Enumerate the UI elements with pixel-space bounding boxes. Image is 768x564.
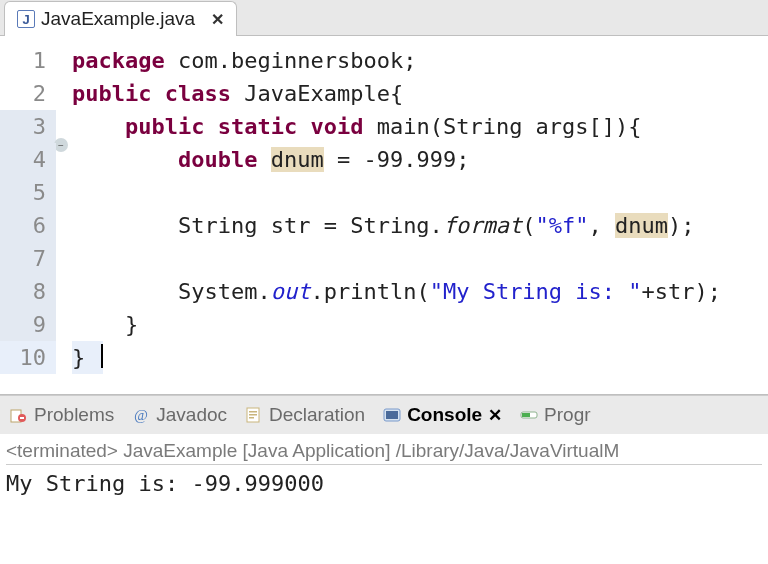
gutter-line-number: 9 (0, 308, 56, 341)
text-cursor (101, 344, 103, 368)
keyword-double: double (178, 147, 257, 172)
svg-rect-7 (249, 417, 254, 419)
tab-problems[interactable]: Problems (6, 402, 118, 428)
tab-label: Declaration (269, 404, 365, 426)
gutter-line-number: 1 (0, 44, 56, 77)
close-icon[interactable]: ✕ (211, 10, 224, 29)
javadoc-icon: @ (132, 406, 150, 424)
keyword-void: void (310, 114, 363, 139)
svg-text:@: @ (134, 407, 148, 423)
code-text: System. (72, 279, 271, 304)
gutter-line-number: 2 (0, 77, 56, 110)
gutter-line-number: 6 (0, 209, 56, 242)
console-view: <terminated> JavaExample [Java Applicati… (0, 434, 768, 506)
code-text: +str); (642, 279, 721, 304)
code-text: main(String args[]){ (363, 114, 641, 139)
progress-icon (520, 406, 538, 424)
console-icon (383, 406, 401, 424)
bottom-tab-bar: Problems @ Javadoc Declaration Console ✕… (0, 395, 768, 434)
code-text: String str = String. (72, 213, 443, 238)
problems-icon (10, 406, 28, 424)
keyword-package: package (72, 48, 165, 73)
string-literal: "%f" (536, 213, 589, 238)
tab-label: Javadoc (156, 404, 227, 426)
gutter-line-number: 10 (0, 341, 56, 374)
code-text: JavaExample{ (231, 81, 403, 106)
code-text: } (72, 308, 138, 341)
editor-tabs: J JavaExample.java ✕ (0, 0, 768, 36)
svg-rect-2 (20, 417, 24, 419)
tab-console[interactable]: Console ✕ (379, 402, 506, 428)
gutter-line-number: 5 (0, 176, 56, 209)
keyword-static: static (218, 114, 297, 139)
gutter-line-number: 7 (0, 242, 56, 275)
keyword-public: public (125, 114, 204, 139)
fold-collapse-icon[interactable]: − (54, 138, 68, 152)
tab-label: Problems (34, 404, 114, 426)
code-text: } (72, 345, 99, 370)
code-text: com.beginnersbook; (165, 48, 417, 73)
tab-javadoc[interactable]: @ Javadoc (128, 402, 231, 428)
tab-label: Console (407, 404, 482, 426)
tab-label: Progr (544, 404, 590, 426)
java-file-icon: J (17, 10, 35, 28)
declaration-icon (245, 406, 263, 424)
svg-rect-11 (522, 413, 530, 417)
code-editor[interactable]: 1 package com.beginnersbook; 2 public cl… (0, 36, 768, 394)
field-out: out (271, 279, 311, 304)
gutter-line-number: 3 (0, 110, 56, 143)
highlighted-identifier: dnum (615, 213, 668, 238)
method-format: format (443, 213, 522, 238)
tab-progress[interactable]: Progr (516, 402, 594, 428)
close-icon[interactable]: ✕ (488, 405, 502, 426)
tab-filename: JavaExample.java (41, 8, 195, 30)
tab-declaration[interactable]: Declaration (241, 402, 369, 428)
editor-tab[interactable]: J JavaExample.java ✕ (4, 1, 237, 36)
gutter-line-number: 8 (0, 275, 56, 308)
svg-rect-9 (386, 411, 398, 419)
keyword-public: public (72, 81, 151, 106)
keyword-class: class (165, 81, 231, 106)
svg-rect-6 (249, 414, 257, 416)
gutter-line-number: 4 (0, 143, 56, 176)
svg-rect-5 (249, 411, 257, 413)
string-literal: "My String is: " (430, 279, 642, 304)
console-output[interactable]: My String is: -99.999000 (6, 464, 762, 502)
highlighted-identifier: dnum (271, 147, 324, 172)
code-text: = -99.999; (324, 147, 470, 172)
console-header: <terminated> JavaExample [Java Applicati… (6, 438, 762, 464)
